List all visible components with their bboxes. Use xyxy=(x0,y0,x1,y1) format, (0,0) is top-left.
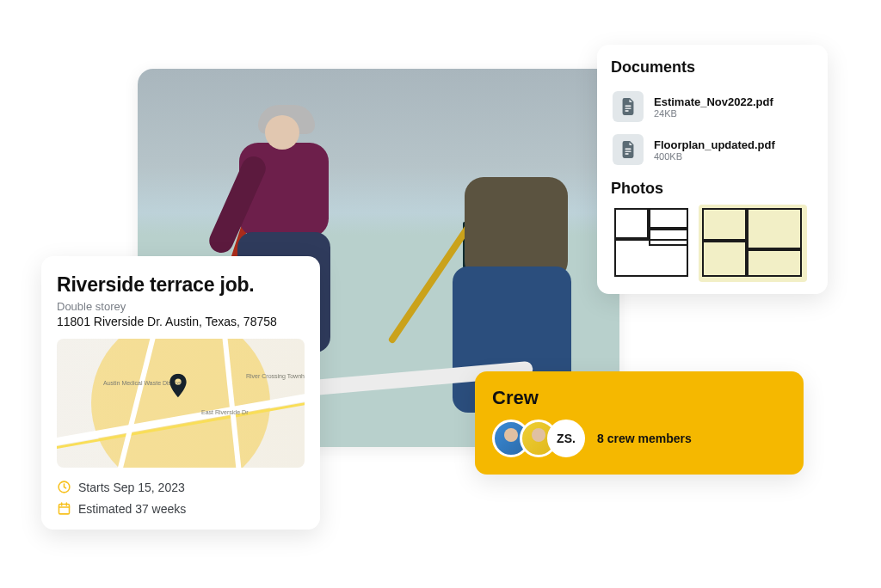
svg-rect-4 xyxy=(625,110,628,111)
map-street-label: East Riverside Dr xyxy=(201,409,248,415)
file-icon xyxy=(613,134,644,165)
job-start-row: Starts Sep 15, 2023 xyxy=(57,480,305,494)
file-icon xyxy=(613,91,644,122)
map-poi-label: River Crossing Townhomes xyxy=(246,373,305,379)
svg-rect-1 xyxy=(59,505,69,514)
crew-count-label: 8 crew members xyxy=(597,432,692,445)
document-row[interactable]: Estimate_Nov2022.pdf 24KB xyxy=(611,85,814,128)
document-row[interactable]: Floorplan_updated.pdf 400KB xyxy=(611,128,814,171)
svg-rect-5 xyxy=(625,149,631,150)
document-size: 400KB xyxy=(654,151,775,162)
job-subtitle: Double storey xyxy=(57,300,305,313)
job-start-label: Starts Sep 15, 2023 xyxy=(78,481,185,494)
documents-card: Documents Estimate_Nov2022.pdf 24KB Floo… xyxy=(597,45,828,294)
document-name: Floorplan_updated.pdf xyxy=(654,138,775,151)
crew-avatar-stack: ZS. xyxy=(492,420,585,457)
photos-grid xyxy=(611,205,814,282)
svg-rect-6 xyxy=(625,150,631,151)
avatar-initials[interactable]: ZS. xyxy=(547,420,585,457)
job-estimate-row: Estimated 37 weeks xyxy=(57,501,305,516)
document-size: 24KB xyxy=(654,108,773,119)
calendar-icon xyxy=(57,501,71,516)
document-name: Estimate_Nov2022.pdf xyxy=(654,95,773,108)
clock-icon xyxy=(57,480,71,494)
map-pin-icon xyxy=(169,374,188,398)
job-summary-card[interactable]: Riverside terrace job. Double storey 118… xyxy=(41,256,320,530)
job-estimate-label: Estimated 37 weeks xyxy=(78,502,186,516)
map-roads xyxy=(57,339,305,468)
documents-heading: Documents xyxy=(611,58,814,77)
job-location-map[interactable]: Austin Medical Waste Disposal East River… xyxy=(57,339,305,468)
job-title: Riverside terrace job. xyxy=(57,273,305,297)
photo-thumbnail[interactable] xyxy=(611,205,693,282)
job-address: 11801 Riverside Dr. Austin, Texas, 78758 xyxy=(57,315,305,328)
svg-rect-3 xyxy=(625,107,631,108)
svg-rect-2 xyxy=(625,106,631,107)
svg-rect-7 xyxy=(625,153,628,154)
photo-thumbnail[interactable] xyxy=(699,205,807,282)
crew-card[interactable]: Crew ZS. 8 crew members xyxy=(475,371,804,475)
crew-heading: Crew xyxy=(492,387,786,409)
photos-heading: Photos xyxy=(611,180,814,198)
